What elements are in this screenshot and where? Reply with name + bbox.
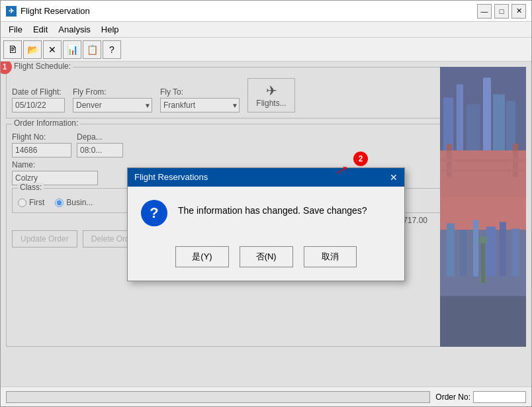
dialog-title: Flight Reservations bbox=[134, 172, 208, 182]
annotation-2: 2 bbox=[353, 152, 368, 166]
menu-help[interactable]: Help bbox=[96, 23, 124, 36]
close-button[interactable]: ✕ bbox=[511, 4, 526, 19]
toolbar-help-btn[interactable]: ? bbox=[103, 40, 121, 59]
flight-reservations-dialog: → 2 Flight Reservations ✕ ? The informat… bbox=[127, 167, 405, 281]
menu-edit[interactable]: Edit bbox=[28, 23, 53, 36]
dialog-close-button[interactable]: ✕ bbox=[390, 172, 398, 183]
statusbar: Order No: bbox=[1, 386, 531, 406]
toolbar: 🖹 📂 ✕ 📊 📋 ? bbox=[1, 38, 531, 62]
dialog-info-icon: ? bbox=[141, 200, 167, 226]
status-order-section: Order No: bbox=[435, 391, 526, 403]
titlebar: ✈ Flight Reservation — □ ✕ bbox=[1, 1, 531, 22]
dialog-no-button[interactable]: 否(N) bbox=[240, 246, 293, 267]
dialog-buttons: 是(Y) 否(N) 取消 bbox=[128, 240, 404, 281]
order-no-input[interactable] bbox=[473, 391, 526, 403]
minimize-button[interactable]: — bbox=[477, 4, 492, 19]
order-no-label: Order No: bbox=[435, 392, 470, 402]
dialog-body: ? The information has changed. Save chan… bbox=[128, 187, 404, 240]
dialog-cancel-button[interactable]: 取消 bbox=[304, 246, 357, 267]
menubar: File Edit Analysis Help bbox=[1, 22, 531, 38]
maximize-button[interactable]: □ bbox=[494, 4, 509, 19]
status-progress-bar bbox=[6, 391, 430, 403]
window-controls: — □ ✕ bbox=[477, 4, 526, 19]
toolbar-open-btn[interactable]: 📂 bbox=[23, 40, 42, 59]
dialog-message: The information has changed. Save change… bbox=[178, 200, 367, 216]
toolbar-close-btn[interactable]: ✕ bbox=[43, 40, 62, 59]
toolbar-chart-btn[interactable]: 📊 bbox=[63, 40, 81, 59]
window-title: Flight Reservation bbox=[21, 6, 477, 16]
main-content: Flight Schedule: 1 Date of Flight: Fly F… bbox=[1, 62, 531, 386]
menu-analysis[interactable]: Analysis bbox=[53, 23, 95, 36]
toolbar-new-btn[interactable]: 🖹 bbox=[3, 40, 22, 59]
toolbar-table-btn[interactable]: 📋 bbox=[83, 40, 101, 59]
dialog-yes-button[interactable]: 是(Y) bbox=[175, 246, 228, 267]
dialog-titlebar: Flight Reservations ✕ bbox=[128, 168, 404, 187]
app-icon: ✈ bbox=[6, 6, 17, 17]
dialog-overlay: → 2 Flight Reservations ✕ ? The informat… bbox=[1, 62, 531, 386]
menu-file[interactable]: File bbox=[3, 23, 28, 36]
main-window: ✈ Flight Reservation — □ ✕ File Edit Ana… bbox=[0, 0, 532, 407]
